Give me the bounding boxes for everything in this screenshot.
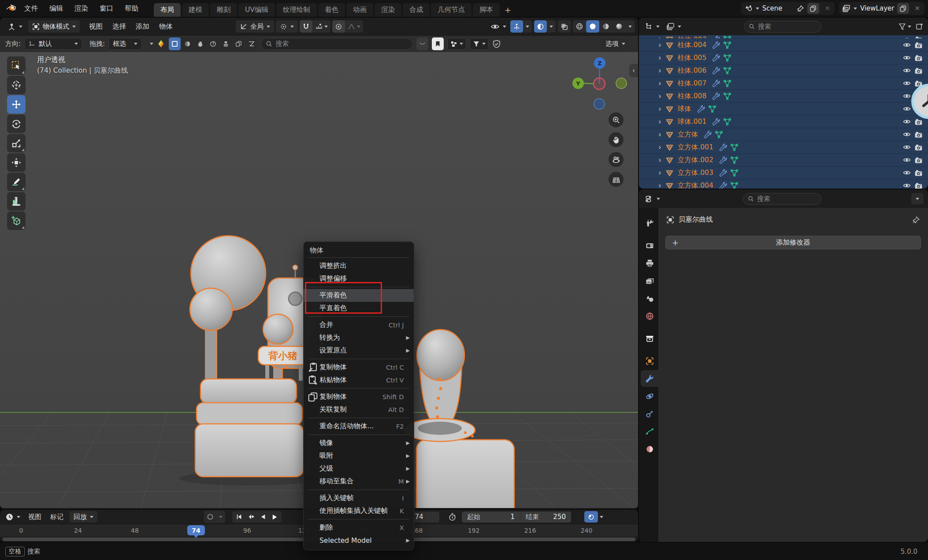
hide-eye-icon[interactable] bbox=[902, 66, 911, 75]
menu-item[interactable]: 复制物体 Ctrl C ▶ bbox=[304, 361, 414, 374]
zoom-button[interactable] bbox=[609, 112, 624, 127]
select-mode-option[interactable] bbox=[233, 37, 245, 50]
menu-item[interactable]: 粘贴物体 Ctrl V ▶ bbox=[304, 374, 414, 386]
viewport-menu-item[interactable]: 添加 bbox=[131, 22, 154, 31]
properties-tab[interactable] bbox=[641, 290, 658, 307]
select-mode-option[interactable] bbox=[194, 37, 206, 50]
expand-chevron-icon[interactable]: › bbox=[658, 156, 661, 164]
select-mode-option[interactable] bbox=[245, 37, 257, 50]
menu-item[interactable]: Selected Model ▶ bbox=[304, 534, 414, 547]
axis-neg-x-ball[interactable] bbox=[616, 78, 627, 89]
hide-eye-icon[interactable] bbox=[902, 53, 911, 62]
shading-material-button[interactable] bbox=[599, 20, 612, 33]
hide-eye-icon[interactable] bbox=[902, 35, 911, 39]
object-name[interactable]: 立方体.002 bbox=[678, 156, 713, 165]
falloff-dropdown[interactable] bbox=[345, 20, 363, 33]
mesh-data-icon[interactable] bbox=[723, 35, 731, 39]
scene-right-group[interactable] bbox=[405, 330, 514, 508]
object-name[interactable]: 立方体.001 bbox=[678, 143, 713, 152]
tool-search-field[interactable]: 搜索 bbox=[261, 38, 413, 50]
drag-dropdown[interactable]: 框选 bbox=[108, 38, 142, 50]
collections-visibility-dropdown[interactable] bbox=[447, 38, 466, 50]
menu-item[interactable]: 吸附 ▶ bbox=[304, 449, 414, 462]
tool-button[interactable] bbox=[7, 192, 26, 211]
menu-item[interactable]: ▶ bbox=[304, 357, 414, 361]
properties-tab[interactable] bbox=[641, 405, 658, 422]
object-name[interactable]: 立方体.004 bbox=[678, 181, 713, 189]
timeline-menu-item[interactable]: 标记 bbox=[46, 513, 68, 521]
overlays-dropdown[interactable] bbox=[547, 20, 556, 33]
menu-item[interactable]: ▶ bbox=[304, 386, 414, 390]
disable-render-camera-icon[interactable] bbox=[914, 118, 923, 126]
outliner-row[interactable]: › 立方体.003 bbox=[639, 167, 928, 179]
keying-chevron-icon[interactable] bbox=[600, 516, 603, 518]
gizmo-dropdown[interactable] bbox=[523, 20, 532, 33]
playhead[interactable]: 74 bbox=[187, 525, 205, 535]
workspace-tab[interactable]: 着色 bbox=[318, 3, 345, 17]
viewlayer-name[interactable]: ViewLayer bbox=[860, 4, 894, 12]
wrench-modifier-icon[interactable] bbox=[719, 182, 727, 189]
object-name[interactable]: 柱体.005 bbox=[678, 53, 707, 63]
properties-tab[interactable] bbox=[641, 370, 658, 387]
object-name[interactable]: 柱体.003 bbox=[678, 35, 707, 39]
properties-editor-type-button[interactable] bbox=[643, 193, 662, 205]
show-overlays-toggle[interactable] bbox=[534, 20, 547, 33]
properties-tab[interactable] bbox=[641, 237, 658, 254]
menu-item[interactable]: 合并 Ctrl J ▶ bbox=[304, 319, 414, 331]
axis-neg-z-ball[interactable] bbox=[594, 99, 605, 109]
mesh-data-icon[interactable] bbox=[730, 143, 739, 152]
autokey-dropdown[interactable] bbox=[216, 511, 225, 523]
pivot-point-dropdown[interactable] bbox=[276, 20, 298, 33]
axis-x-ball[interactable] bbox=[594, 78, 605, 89]
menu-item[interactable]: ▶ bbox=[304, 315, 414, 319]
mesh-data-icon[interactable] bbox=[723, 41, 731, 49]
navigation-gizmo[interactable]: Z Y bbox=[571, 56, 629, 113]
bookmark-button[interactable] bbox=[432, 37, 444, 50]
gradient-icon[interactable] bbox=[157, 40, 165, 48]
shield-icon[interactable] bbox=[492, 40, 501, 48]
menu-item[interactable]: 帮助 bbox=[119, 4, 144, 13]
menu-item[interactable]: 设置原点 ▶ bbox=[304, 344, 414, 357]
disable-render-camera-icon[interactable] bbox=[914, 67, 923, 75]
options-dropdown[interactable]: 选项 bbox=[601, 38, 629, 50]
tool-button[interactable] bbox=[7, 56, 26, 75]
hide-eye-icon[interactable] bbox=[902, 41, 911, 49]
object-name[interactable]: 球体 bbox=[678, 104, 691, 114]
properties-tab[interactable] bbox=[641, 388, 658, 404]
wrench-modifier-icon[interactable] bbox=[697, 105, 705, 113]
wrench-modifier-icon[interactable] bbox=[704, 130, 712, 138]
wrench-modifier-icon[interactable] bbox=[712, 41, 720, 49]
show-gizmo-toggle[interactable] bbox=[510, 20, 523, 33]
expand-chevron-icon[interactable]: › bbox=[658, 182, 661, 189]
disable-render-camera-icon[interactable] bbox=[914, 35, 923, 39]
properties-tab[interactable] bbox=[641, 255, 658, 271]
filter-dropdown[interactable] bbox=[470, 38, 489, 50]
wrench-modifier-icon[interactable] bbox=[712, 67, 720, 74]
hide-eye-icon[interactable] bbox=[902, 181, 911, 189]
mesh-data-icon[interactable] bbox=[723, 54, 731, 62]
playback-dropdown[interactable]: 回放 bbox=[70, 511, 97, 523]
object-name[interactable]: 柱体.007 bbox=[678, 79, 707, 88]
expand-chevron-icon[interactable]: › bbox=[658, 41, 661, 49]
disable-render-camera-icon[interactable] bbox=[914, 143, 923, 152]
properties-tab[interactable] bbox=[641, 215, 658, 231]
mesh-data-icon[interactable] bbox=[730, 182, 739, 189]
timeline-menu-item[interactable]: 视图 bbox=[24, 513, 46, 521]
properties-tab[interactable] bbox=[641, 441, 658, 457]
menu-item[interactable]: 删除 X ▶ bbox=[304, 521, 414, 534]
shading-rendered-button[interactable] bbox=[612, 20, 626, 33]
expand-chevron-icon[interactable]: › bbox=[658, 105, 661, 113]
direction-dropdown[interactable]: 默认 bbox=[24, 38, 82, 50]
add-modifier-button[interactable]: + 添加修改器 bbox=[665, 236, 921, 249]
select-mode-option[interactable] bbox=[220, 37, 232, 50]
menu-item[interactable]: 窗口 bbox=[94, 4, 119, 13]
hide-eye-icon[interactable] bbox=[902, 130, 911, 139]
camera-view-button[interactable] bbox=[609, 152, 624, 167]
expand-chevron-icon[interactable]: › bbox=[658, 54, 661, 62]
end-frame-field[interactable]: 结束 250 bbox=[520, 512, 571, 523]
expand-chevron-icon[interactable]: › bbox=[658, 80, 661, 87]
select-mode-option[interactable] bbox=[207, 37, 219, 50]
disable-render-camera-icon[interactable] bbox=[914, 182, 923, 189]
pin-icon[interactable] bbox=[912, 216, 920, 224]
tool-button[interactable] bbox=[7, 211, 26, 230]
